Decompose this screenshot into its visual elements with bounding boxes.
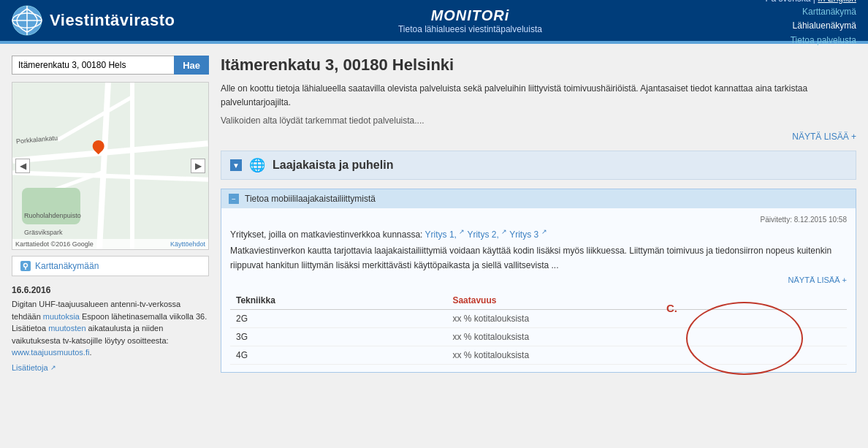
col-saatavuus: Saatavuus — [394, 292, 847, 310]
subsection-description: Matkaviestinverkon kautta tarjottavia la… — [230, 244, 847, 272]
map-road — [12, 141, 208, 164]
right-panel: Itämerenkatu 3, 00180 Helsinki Alle on k… — [221, 56, 856, 380]
news-more-text: Lisätietoja — [12, 363, 48, 372]
col-tekniikka: Tekniikka — [230, 292, 394, 310]
saatavuus-2g: xx % kotitalouksista — [394, 309, 847, 327]
map-footer: Karttatiedot ©2016 Google Käyttöehdot — [12, 239, 208, 249]
lang-svenska[interactable]: På svenska — [765, 0, 810, 4]
left-panel: Hae Porkkalankatu Ruoholahdenpuisto Gräs… — [12, 56, 209, 380]
header: Viestintävirasto MONITORi Tietoa lähialu… — [0, 0, 868, 41]
company-label: Yritykset, joilla on matkaviestinverkkoa… — [230, 229, 422, 240]
intro-text-2: Valikoiden alta löydät tarkemmat tiedot … — [221, 115, 856, 126]
map-arrow-left[interactable]: ◀ — [15, 159, 30, 173]
intro-text-1: Alle on koottu tietoja lähialueella saat… — [221, 82, 856, 110]
data-table: Tekniikka Saatavuus 2G xx % kotitalouksi… — [230, 292, 847, 365]
table-row: 3G xx % kotitalouksista — [230, 327, 847, 346]
lang-english[interactable]: In English — [818, 0, 856, 4]
news-link-muutoksia[interactable]: muutoksia — [43, 312, 80, 321]
external-icon-1: ↗ — [459, 228, 465, 235]
map-container: Porkkalankatu Ruoholahdenpuisto Gräsviks… — [12, 82, 209, 250]
map-road — [56, 94, 134, 141]
news-more-link[interactable]: Lisätietoja ↗ — [12, 363, 209, 372]
news-date: 16.6.2016 — [12, 285, 209, 295]
tech-2g: 2G — [230, 309, 394, 327]
logo-text: Viestintävirasto — [50, 11, 175, 30]
external-icon-2: ↗ — [501, 228, 507, 235]
map-nav-text: Karttanäkymään — [35, 261, 99, 271]
external-icon-3: ↗ — [541, 228, 547, 235]
subsection-header: − Tietoa mobiililaajakaistailiittymistä — [221, 189, 856, 208]
app-title: MONITORi — [175, 7, 765, 24]
globe-icon: 🌐 — [249, 157, 265, 173]
map-label: Porkkalankatu — [16, 134, 58, 145]
updated-timestamp: Päivitetty: 8.12.2015 10:58 — [230, 216, 847, 224]
nav-info-link[interactable]: Tietoa palvelusta — [791, 34, 856, 48]
search-button[interactable]: Hae — [174, 56, 209, 75]
c-annotation-label: C. — [666, 302, 677, 314]
nav-map-link[interactable]: Karttanäkymä — [802, 5, 856, 19]
company-link-3[interactable]: Yritys 3 ↗ — [509, 229, 547, 240]
logo-icon — [12, 5, 42, 36]
news-link-website[interactable]: www.taajuusmuutos.fi — [12, 348, 89, 357]
app-subtitle: Tietoa lähialueesi viestintäpalveluista — [175, 24, 765, 34]
subsection: − Tietoa mobiililaajakaistailiittymistä … — [221, 189, 856, 372]
subsection-title: Tietoa mobiililaajakaistailiittymistä — [245, 194, 376, 204]
external-link-icon: ↗ — [50, 364, 56, 371]
news-section: 16.6.2016 Digitan UHF-taajuusalueen ante… — [12, 285, 209, 372]
map-arrow-right[interactable]: ▶ — [191, 159, 205, 173]
map-nav-icon — [20, 260, 31, 272]
table-header-row: Tekniikka Saatavuus — [230, 292, 847, 310]
tech-3g: 3G — [230, 327, 394, 346]
saatavuus-3g: xx % kotitalouksista — [394, 327, 847, 346]
table-row: 4G xx % kotitalouksista — [230, 346, 847, 364]
section-title: Laajakaista ja puhelin — [273, 159, 393, 172]
map-copyright: Karttatiedot ©2016 Google — [15, 240, 94, 248]
subsection-content: Päivitetty: 8.12.2015 10:58 Yritykset, j… — [221, 208, 856, 371]
map-label: Gräsvikspark — [24, 229, 63, 236]
tech-4g: 4G — [230, 346, 394, 364]
section-header: ▼ 🌐 Laajakaista ja puhelin — [221, 151, 856, 180]
subsection-toggle[interactable]: − — [229, 194, 239, 204]
map-road — [130, 83, 134, 249]
map-nav-link[interactable]: Karttanäkymään — [12, 256, 209, 276]
page-title: Itämerenkatu 3, 00180 Helsinki — [221, 56, 856, 75]
table-wrapper: C. Tekniikka Saatavuus — [230, 292, 847, 365]
news-link-muutosten[interactable]: muutosten — [48, 324, 85, 333]
header-center: MONITORi Tietoa lähialueesi viestintäpal… — [175, 7, 765, 34]
main-container: Hae Porkkalankatu Ruoholahdenpuisto Gräs… — [0, 44, 868, 392]
search-input[interactable] — [12, 56, 174, 75]
news-text: Digitan UHF-taajuusalueen antenni-tv-ver… — [12, 298, 209, 359]
table-row: 2G xx % kotitalouksista — [230, 309, 847, 327]
nav-local-link[interactable]: Lähialuenäkymä — [793, 19, 856, 33]
saatavuus-4g: xx % kotitalouksista — [394, 346, 847, 364]
map-background: Porkkalankatu Ruoholahdenpuisto Gräsviks… — [12, 83, 208, 249]
subsection-show-more[interactable]: NÄYTÄ LISÄÄ + — [230, 276, 847, 284]
company-link-1[interactable]: Yritys 1, ↗ — [425, 229, 465, 240]
search-bar: Hae — [12, 56, 209, 75]
company-line: Yritykset, joilla on matkaviestinverkkoa… — [230, 228, 847, 240]
logo: Viestintävirasto — [12, 5, 175, 36]
company-link-2[interactable]: Yritys 2, ↗ — [467, 229, 507, 240]
map-road — [12, 171, 208, 182]
language-links: På svenska | In English — [765, 0, 856, 4]
map-terms[interactable]: Käyttöehdot — [170, 240, 205, 248]
show-more-button[interactable]: NÄYTÄ LISÄÄ + — [221, 132, 856, 142]
header-nav: Karttanäkymä Lähialuenäkymä Tietoa palve… — [765, 5, 856, 48]
section-toggle[interactable]: ▼ — [230, 159, 242, 171]
header-right: På svenska | In English Karttanäkymä Läh… — [765, 0, 856, 48]
map-label: Ruoholahdenpuisto — [24, 212, 81, 219]
